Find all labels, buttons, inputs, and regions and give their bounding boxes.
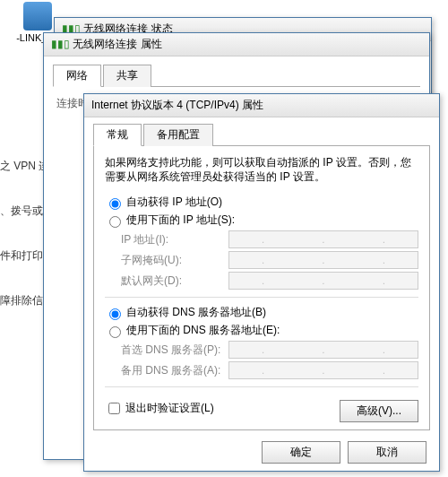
gateway-label: 默认网关(D): [121, 273, 228, 289]
signal-icon: ▮▮▯ [51, 38, 70, 50]
window-ipv4-properties: Internet 协议版本 4 (TCP/IPv4) 属性 常规 备用配置 如果… [83, 93, 440, 472]
tabstrip: 常规 备用配置 [93, 123, 430, 146]
radio-dns-manual-label: 使用下面的 DNS 服务器地址(E): [126, 323, 280, 338]
dns-alt-field: ... [228, 361, 418, 379]
tab-general[interactable]: 常规 [93, 124, 142, 146]
ip-address-field: ... [228, 230, 418, 248]
radio-dns-manual[interactable] [109, 326, 121, 338]
help-text: 如果网络支持此功能，则可以获取自动指派的 IP 设置。否则，您需要从网络系统管理… [105, 155, 418, 184]
radio-dns-auto[interactable] [109, 308, 121, 320]
radio-ip-manual[interactable] [109, 216, 121, 228]
subnet-mask-field: ... [228, 251, 418, 269]
titlebar[interactable]: Internet 协议版本 4 (TCP/IPv4) 属性 [84, 94, 439, 117]
advanced-button[interactable]: 高级(V)... [340, 400, 418, 422]
checkbox-validate-on-exit[interactable] [108, 403, 120, 414]
window-title: 无线网络连接 属性 [73, 38, 161, 50]
titlebar[interactable]: ▮▮▯ 无线网络连接 属性 [44, 33, 429, 56]
cancel-button[interactable]: 取消 [348, 441, 426, 464]
subnet-mask-label: 子网掩码(U): [121, 253, 228, 268]
dns-pref-field: ... [228, 341, 418, 359]
dns-alt-label: 备用 DNS 服务器(A): [121, 363, 228, 378]
network-icon [23, 2, 52, 30]
validate-on-exit-label: 退出时验证设置(L) [125, 401, 214, 416]
gateway-field: ... [228, 272, 418, 290]
ok-button[interactable]: 确定 [262, 441, 340, 464]
dialog-buttons: 确定 取消 [84, 432, 439, 473]
window-title: Internet 协议版本 4 (TCP/IPv4) 属性 [91, 99, 263, 111]
ip-address-label: IP 地址(I): [121, 232, 228, 247]
tab-sharing[interactable]: 共享 [103, 65, 151, 87]
dns-pref-label: 首选 DNS 服务器(P): [121, 343, 228, 358]
radio-ip-auto-label: 自动获得 IP 地址(O) [126, 195, 222, 210]
radio-ip-auto[interactable] [109, 198, 121, 210]
radio-dns-auto-label: 自动获得 DNS 服务器地址(B) [126, 305, 266, 320]
tab-network[interactable]: 网络 [53, 65, 101, 87]
tab-content-general: 如果网络支持此功能，则可以获取自动指派的 IP 设置。否则，您需要从网络系统管理… [93, 146, 430, 430]
tabstrip: 网络 共享 [53, 64, 420, 87]
tab-alternate[interactable]: 备用配置 [143, 124, 213, 146]
radio-ip-manual-label: 使用下面的 IP 地址(S): [126, 212, 235, 228]
